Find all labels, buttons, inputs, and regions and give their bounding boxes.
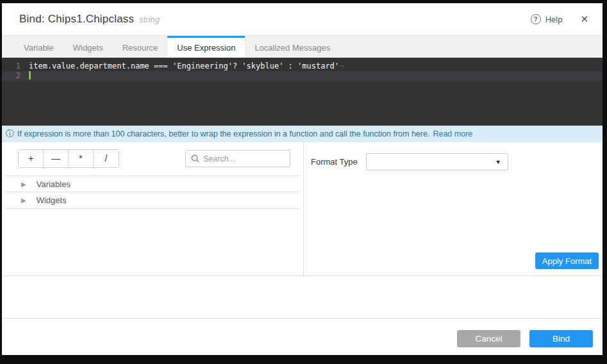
code-line-2: 2: [2, 71, 603, 81]
info-icon: ⓘ: [6, 128, 14, 140]
dialog-footer: Cancel Bind: [2, 318, 603, 355]
tab-localized-messages[interactable]: Localized Messages: [245, 36, 340, 58]
chevron-right-icon[interactable]: ▶: [21, 197, 26, 204]
operator-button-group: + — * /: [18, 149, 119, 168]
bind-sources-tree: ▶ Variables ▶ Widgets: [5, 176, 299, 209]
search-icon: [191, 154, 199, 163]
cancel-button[interactable]: Cancel: [457, 330, 520, 347]
divide-operator-button[interactable]: /: [94, 150, 119, 167]
tree-item-widgets[interactable]: ▶ Widgets: [5, 192, 299, 209]
line-number-1: 1: [2, 62, 29, 71]
blank-strip: [2, 276, 603, 318]
apply-format-button[interactable]: Apply Format: [535, 252, 599, 269]
tree-item-label: Variables: [37, 179, 71, 189]
read-more-link[interactable]: Read more: [433, 129, 472, 138]
tree-item-label: Widgets: [37, 195, 67, 205]
help-question-icon: ?: [531, 14, 541, 24]
dialog-title: Bind: Chips1.Chipclass: [19, 13, 134, 26]
help-label: Help: [545, 15, 563, 24]
help-button[interactable]: ? Help: [531, 14, 563, 24]
close-icon[interactable]: ✕: [578, 12, 591, 26]
line-number-2: 2: [2, 71, 29, 81]
format-panel: Format Type ▼ Apply Format: [304, 142, 603, 276]
bind-button[interactable]: Bind: [529, 330, 593, 347]
dropdown-caret-icon: ▼: [495, 159, 501, 165]
dialog-header: Bind: Chips1.Chipclass string ? Help ✕: [2, 3, 603, 36]
tab-bar: Variable Widgets Resource Use Expression…: [2, 36, 603, 58]
eol-marker: ¬: [339, 62, 344, 70]
format-type-label: Format Type: [311, 157, 358, 167]
plus-operator-button[interactable]: +: [19, 150, 44, 167]
dialog-type-subtitle: string: [139, 15, 160, 24]
expression-code: item.value.department.name === 'Engineer…: [29, 62, 339, 70]
format-type-select[interactable]: ▼: [366, 153, 508, 170]
search-input[interactable]: [203, 154, 285, 163]
bind-sources-panel: + — * / ▶ Variables ▶ Widgets: [2, 142, 304, 276]
chevron-right-icon[interactable]: ▶: [21, 181, 26, 188]
multiply-operator-button[interactable]: *: [69, 150, 94, 167]
info-banner: ⓘ If expression is more than 100 charact…: [2, 126, 603, 142]
tab-widgets[interactable]: Widgets: [63, 36, 113, 58]
info-text: If expression is more than 100 character…: [17, 129, 429, 138]
panel-toolbar: + — * /: [2, 142, 303, 168]
code-line-2-text: [29, 71, 31, 81]
content-row: + — * / ▶ Variables ▶ Widgets: [2, 142, 603, 276]
tab-variable[interactable]: Variable: [14, 36, 63, 58]
minus-operator-button[interactable]: —: [44, 150, 69, 167]
code-line-1: 1 item.value.department.name === 'Engine…: [2, 62, 603, 71]
expression-code-editor[interactable]: 1 item.value.department.name === 'Engine…: [2, 58, 603, 126]
text-cursor: [29, 71, 31, 79]
format-type-row: Format Type ▼: [304, 142, 603, 170]
tab-resource[interactable]: Resource: [113, 36, 168, 58]
expression-text: item.value.department.name === 'Engineer…: [29, 62, 344, 71]
search-box: [185, 150, 290, 167]
tree-item-variables[interactable]: ▶ Variables: [5, 176, 299, 192]
tab-use-expression[interactable]: Use Expression: [167, 36, 245, 58]
bind-dialog: Bind: Chips1.Chipclass string ? Help ✕ V…: [2, 3, 603, 355]
